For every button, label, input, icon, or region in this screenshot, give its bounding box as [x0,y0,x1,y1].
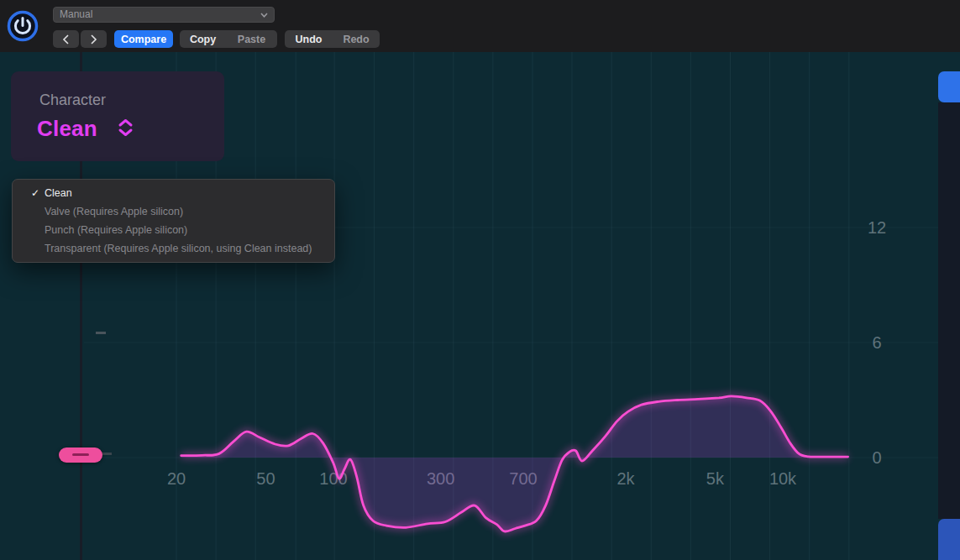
power-button[interactable] [6,9,39,43]
copy-paste-group: Copy Paste [180,30,277,48]
redo-button[interactable]: Redo [333,30,380,48]
character-value: Clean [37,116,97,142]
check-icon: ✓ [31,184,39,202]
character-selector[interactable]: Character Clean [11,71,224,161]
character-menu-item[interactable]: ✓Clean [13,184,334,202]
paste-button[interactable]: Paste [226,30,277,48]
updown-chevron-icon [117,118,134,137]
db-axis-label: 6 [872,333,881,352]
clipped-panel-body [938,102,960,519]
clipped-panel-button-bottom [938,519,960,560]
chevron-down-icon [260,13,268,18]
copy-button[interactable]: Copy [180,30,226,48]
freq-axis-label: 10k [769,469,797,488]
freq-axis-label: 20 [167,469,186,488]
chevron-left-icon [62,34,70,44]
compare-button[interactable]: Compare [114,30,173,48]
preset-select[interactable]: Manual [53,7,275,23]
forward-button[interactable] [81,30,107,48]
menu-item-label: Punch (Requires Apple silicon) [45,224,187,236]
preset-nav [53,30,107,48]
eq-curve-fill [181,396,848,531]
character-dropdown-menu: ✓CleanValve (Requires Apple silicon)Punc… [12,179,335,263]
menu-item-label: Transparent (Requires Apple silicon, usi… [45,243,312,254]
preset-select-value: Manual [60,8,92,20]
slider-tick-0db [102,453,112,455]
gain-slider-handle[interactable] [59,447,102,463]
character-menu-item[interactable]: Valve (Requires Apple silicon) [13,202,334,221]
plugin-window: 20501003007002k5k10k1260 Character Clean… [0,0,960,560]
host-toolbar: Manual Compare Copy Paste Undo [0,0,960,52]
undo-redo-group: Undo Redo [285,30,380,48]
character-label: Character [39,92,106,109]
handle-grip [72,453,89,456]
power-icon [6,9,39,43]
clipped-side-panel [938,52,960,560]
freq-axis-label: 5k [706,469,725,488]
chevron-right-icon [90,34,97,44]
freq-axis-label: 50 [256,469,275,488]
freq-axis-label: 2k [616,469,635,488]
db-axis-label: 12 [868,218,886,237]
back-button[interactable] [53,30,79,48]
slider-tick-6db [96,332,106,334]
db-axis-label: 0 [872,448,881,467]
clipped-panel-button-top [938,71,960,102]
undo-button[interactable]: Undo [285,30,333,48]
menu-item-label: Clean [45,187,72,199]
menu-item-label: Valve (Requires Apple silicon) [45,206,183,217]
character-menu-item[interactable]: Punch (Requires Apple silicon) [13,221,334,239]
character-menu-item[interactable]: Transparent (Requires Apple silicon, usi… [13,239,334,258]
